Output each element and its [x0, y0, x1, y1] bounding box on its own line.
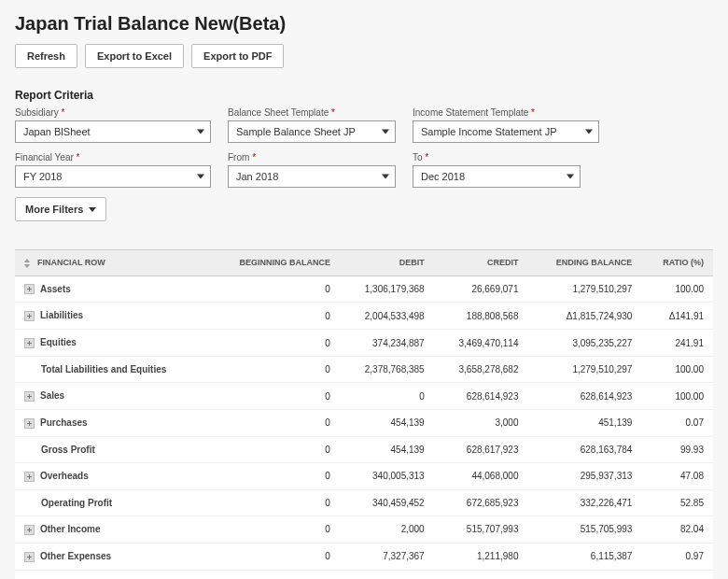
row-label: Equities	[40, 337, 77, 347]
table-row: Overheads0340,005,31344,068,000295,937,3…	[15, 462, 713, 489]
bs-template-label: Balance Sheet Template *	[228, 107, 396, 118]
page-title: Japan Trial Balance New(Beta)	[15, 13, 713, 35]
chevron-down-icon	[585, 130, 593, 134]
table-row: Other Income02,000515,707,993515,705,993…	[15, 515, 713, 543]
cell-ratio: 52.85	[641, 489, 713, 515]
from-select[interactable]: Jan 2018	[228, 165, 396, 188]
table-row: Net Profit/(Loss)0347,788,8191,189,605,8…	[15, 570, 713, 579]
col-ratio[interactable]: Ratio (%)	[641, 250, 713, 276]
bs-template-select[interactable]: Sample Balance Sheet JP	[228, 120, 396, 143]
cell-ratio: 47.08	[641, 462, 713, 489]
cell-debit: 1,306,179,368	[340, 275, 434, 303]
expand-icon[interactable]	[24, 391, 35, 402]
expand-icon[interactable]	[24, 552, 35, 562]
criteria-heading: Report Criteria	[15, 89, 713, 102]
trial-balance-table: Financial Row Beginning Balance Debit Cr…	[15, 249, 713, 579]
cell-ratio: 0.07	[641, 410, 713, 437]
cell-ratio: 82.04	[641, 515, 713, 543]
cell-ratio: 100.00	[641, 275, 713, 303]
cell-credit: 672,685,923	[434, 489, 528, 515]
row-label-cell: Sales	[15, 383, 208, 410]
cell-eb: 3,095,235,227	[527, 330, 641, 357]
subsidiary-select[interactable]: Japan BlSheet	[15, 120, 211, 143]
cell-ratio: 100.00	[641, 357, 713, 383]
row-label-cell: Other Income	[15, 515, 208, 543]
row-label: Sales	[40, 390, 64, 401]
table-row: Equities0374,234,8873,469,470,1143,095,2…	[15, 330, 713, 357]
cell-debit: 374,234,887	[340, 330, 434, 357]
col-beginning-balance[interactable]: Beginning Balance	[208, 250, 340, 276]
table-row: Assets01,306,179,36826,669,0711,279,510,…	[15, 275, 713, 303]
chevron-down-icon	[382, 175, 389, 179]
cell-eb: 628,163,784	[527, 436, 641, 462]
chevron-down-icon	[567, 175, 574, 179]
sort-icon	[24, 259, 34, 268]
cell-eb: 295,937,313	[527, 462, 641, 489]
cell-bb: 0	[208, 357, 340, 383]
cell-bb: 0	[208, 543, 340, 570]
expand-icon[interactable]	[24, 311, 35, 321]
is-template-select[interactable]: Sample Income Statement JP	[413, 120, 599, 143]
cell-eb: 1,279,510,297	[527, 275, 641, 303]
row-label: Liabilities	[40, 310, 83, 320]
cell-bb: 0	[208, 410, 340, 437]
fy-select[interactable]: FY 2018	[15, 165, 211, 188]
table-row: Liabilities02,004,533,498188,808,568Δ1,8…	[15, 303, 713, 330]
row-label: Overheads	[40, 471, 89, 481]
cell-debit: 454,139	[340, 436, 434, 462]
export-excel-button[interactable]: Export to Excel	[85, 44, 184, 68]
table-row: Sales00628,614,923628,614,923100.00	[15, 383, 713, 410]
cell-credit: 628,617,923	[434, 436, 528, 462]
chevron-down-icon	[89, 207, 96, 212]
row-label-cell: Overheads	[15, 462, 208, 489]
col-financial-row[interactable]: Financial Row	[15, 250, 208, 276]
is-template-label: Income Statement Template *	[413, 107, 599, 118]
col-credit[interactable]: Credit	[434, 250, 528, 276]
cell-debit: 2,004,533,498	[340, 303, 434, 330]
row-label-cell: Purchases	[15, 410, 208, 437]
cell-debit: 0	[340, 383, 434, 410]
refresh-button[interactable]: Refresh	[15, 44, 77, 68]
table-row: Operating Profit0340,459,452672,685,9233…	[15, 489, 713, 515]
expand-icon[interactable]	[24, 472, 35, 482]
cell-ratio: 241.91	[641, 330, 713, 357]
cell-ratio: 0.97	[641, 543, 713, 570]
row-label-cell: Gross Profit	[15, 436, 208, 462]
expand-icon[interactable]	[24, 284, 35, 294]
cell-bb: 0	[208, 489, 340, 515]
col-debit[interactable]: Debit	[340, 250, 434, 276]
table-row: Other Expenses07,327,3671,211,9806,115,3…	[15, 543, 713, 570]
cell-ratio: 100.00	[641, 383, 713, 410]
chevron-down-icon	[197, 130, 204, 134]
table-row: Purchases0454,1393,000451,1390.07	[15, 410, 713, 437]
cell-eb: 628,614,923	[527, 383, 641, 410]
row-label: Other Expenses	[40, 551, 111, 561]
cell-bb: 0	[208, 436, 340, 462]
row-label-cell: Assets	[15, 275, 208, 303]
table-row: Total Liabilities and Equities02,378,768…	[15, 357, 713, 383]
cell-debit: 2,000	[340, 515, 434, 543]
expand-icon[interactable]	[24, 418, 35, 429]
cell-ratio: Δ141.91	[641, 303, 713, 330]
to-select[interactable]: Dec 2018	[413, 165, 581, 188]
expand-icon[interactable]	[24, 525, 35, 535]
col-ending-balance[interactable]: Ending Balance	[527, 250, 641, 276]
cell-eb: 841,817,077	[527, 570, 641, 579]
more-filters-button[interactable]: More Filters	[15, 197, 106, 221]
row-label: Gross Profit	[24, 445, 95, 455]
cell-credit: 3,000	[434, 410, 528, 437]
fy-label: Financial Year *	[15, 152, 211, 162]
cell-credit: 3,658,278,682	[434, 357, 528, 383]
cell-eb: 451,139	[527, 410, 641, 437]
cell-debit: 340,005,313	[340, 462, 434, 489]
expand-icon[interactable]	[24, 338, 35, 348]
cell-bb: 0	[208, 303, 340, 330]
cell-bb: 0	[208, 515, 340, 543]
row-label-cell: Total Liabilities and Equities	[15, 357, 208, 383]
cell-credit: 1,211,980	[434, 543, 528, 570]
toolbar: Refresh Export to Excel Export to PDF	[15, 44, 713, 68]
cell-bb: 0	[208, 383, 340, 410]
export-pdf-button[interactable]: Export to PDF	[191, 44, 284, 68]
row-label-cell: Other Expenses	[15, 543, 208, 570]
cell-credit: 515,707,993	[434, 515, 528, 543]
